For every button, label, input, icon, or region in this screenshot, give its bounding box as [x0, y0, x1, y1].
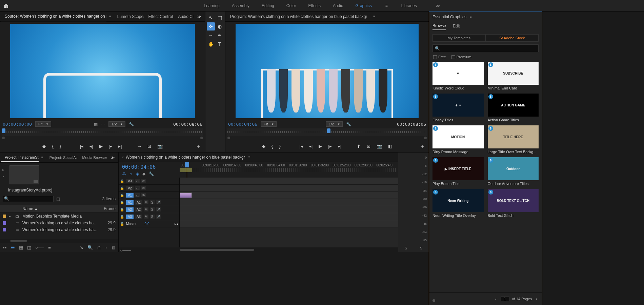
track-lane-V1[interactable] — [180, 192, 398, 199]
program-settings-icon[interactable]: 🔧 — [346, 122, 351, 126]
source-fit-dropdown[interactable]: Fit — [35, 121, 51, 127]
safe-margins-icon[interactable]: ▦ — [94, 122, 98, 126]
eg-template-item[interactable]: $SUBSCRIBEMinimal End Card — [488, 62, 539, 90]
tab-media-browser[interactable]: Media Browser — [79, 154, 107, 162]
eg-tab-browse[interactable]: Browse — [432, 23, 446, 30]
eg-template-item[interactable]: $▶ INSERT TITLEPlay Button Title — [432, 157, 484, 186]
collapse-icon[interactable]: ▸◂ — [175, 222, 178, 226]
hand-tool-icon[interactable]: ✋ — [207, 40, 215, 48]
new-bin-icon[interactable]: 🗀 — [97, 245, 101, 250]
project-row[interactable]: ▸🗀Motion Graphics Template Media — [0, 213, 118, 220]
pager-page-input[interactable] — [501, 297, 509, 301]
sync-lock-icon[interactable]: ▭ — [135, 193, 140, 197]
eg-filter-premium[interactable]: Premium — [451, 55, 471, 59]
track-master[interactable]: 🔒Master0.0▸◂ — [119, 220, 179, 227]
source-time-ruler[interactable] — [2, 128, 203, 136]
ws-assembly[interactable]: Assembly — [232, 3, 249, 8]
eg-template-item[interactable]: $ACTION GAMEAction Game Titles — [488, 94, 539, 122]
icon-view-icon[interactable]: ▦ — [19, 245, 23, 250]
home-icon[interactable] — [3, 3, 9, 8]
eg-template-item[interactable]: $TITLE HERELarge Title Over Text Backg..… — [488, 125, 539, 154]
extract-icon[interactable]: ⊡ — [367, 144, 370, 149]
ws-editing[interactable]: Editing — [262, 3, 274, 8]
find-icon[interactable]: 🔍 — [87, 245, 93, 250]
p-go-to-in-icon[interactable]: |◂ — [300, 144, 303, 149]
program-video[interactable] — [236, 24, 419, 118]
proj-tab-menu-icon[interactable]: ≡ — [40, 156, 45, 159]
lock-icon[interactable]: 🔒 — [120, 179, 125, 183]
project-search-input[interactable] — [3, 196, 54, 202]
proj-write-icon[interactable]: ▸ — [2, 167, 4, 172]
tl-close-icon[interactable]: × — [121, 155, 124, 160]
mute-icon[interactable]: M — [144, 200, 148, 204]
ws-effects[interactable]: Effects — [308, 3, 320, 8]
track-header-V3[interactable]: 🔒V3▭👁 — [119, 178, 179, 185]
eg-menu-icon[interactable]: ≡ — [468, 15, 473, 19]
col-name[interactable]: Name ▲ — [22, 206, 101, 211]
program-menu-icon[interactable]: ≡ — [372, 15, 377, 18]
eg-tab-edit[interactable]: Edit — [453, 24, 460, 30]
ws-learning[interactable]: Learning — [204, 3, 220, 8]
eg-template-item[interactable]: $♥Kinetic Word Cloud — [432, 62, 484, 90]
rate-stretch-icon[interactable]: ◐ — [216, 22, 224, 30]
sort-icon2[interactable]: ≡ — [48, 245, 51, 250]
tab-source[interactable]: Source: Women's clothing on a white clot… — [1, 12, 106, 21]
program-time-ruler[interactable] — [227, 128, 427, 136]
eg-filter-free[interactable]: Free — [433, 55, 446, 59]
list-view-icon[interactable]: ☰ — [11, 245, 15, 250]
eg-template-item[interactable]: $Neon WritingNeon Writing Title Overlay — [432, 189, 484, 218]
program-timecode-in[interactable]: 00:00:04:06 — [228, 122, 257, 127]
track-lane-A1[interactable] — [180, 199, 398, 206]
toggle-output-icon[interactable]: 👁 — [141, 193, 146, 197]
type-tool-icon[interactable]: T — [216, 40, 224, 48]
eg-search-input[interactable]: 🔍 — [432, 44, 539, 52]
pager-prev-icon[interactable]: ‹ — [494, 297, 498, 301]
track-header-A3[interactable]: 🔒A3A3MS🎤 — [119, 213, 179, 220]
source-zoom-dropdown[interactable]: 1/2 — [108, 121, 125, 127]
timeline-scrollbar[interactable]: ○─── — [119, 247, 398, 252]
play-icon[interactable]: ▶ — [99, 144, 103, 149]
source-video[interactable] — [10, 24, 195, 118]
proj-hscroll[interactable] — [10, 240, 27, 242]
tl-settings-icon[interactable]: 🔧 — [149, 171, 154, 176]
p-export-frame-icon[interactable]: 📷 — [377, 144, 382, 149]
automate-icon[interactable]: ↘ — [80, 245, 83, 250]
eg-template-item[interactable]: $✦ ✦Flashy Titles — [432, 94, 484, 122]
button-editor-icon[interactable]: ＋ — [196, 142, 202, 150]
track-lane-A3[interactable] — [180, 213, 398, 220]
proj-cam-icon[interactable]: ▪ — [3, 174, 4, 179]
track-target[interactable]: V1 — [126, 193, 134, 198]
ws-menu-icon[interactable]: ≡ — [384, 3, 389, 8]
eg-template-item[interactable]: $BOLD TEXT GLITCHBold Text Glitch — [488, 189, 539, 218]
video-clip[interactable] — [180, 192, 192, 198]
eg-my-templates[interactable]: My Templates — [432, 34, 486, 42]
p-go-to-out-icon[interactable]: ▸| — [338, 144, 341, 149]
lock-icon[interactable]: 🔒 — [120, 186, 125, 190]
p-play-icon[interactable]: ▶ — [319, 144, 322, 149]
ws-overflow-icon[interactable]: ≫ — [436, 3, 440, 8]
p-mark-in-icon[interactable]: { — [271, 144, 273, 149]
mark-in-icon[interactable]: { — [52, 144, 53, 149]
track-target[interactable]: V2 — [126, 186, 134, 190]
pager-next-icon[interactable]: › — [535, 297, 539, 301]
zoom-slider[interactable]: ○── — [35, 245, 44, 250]
assemble-icon[interactable]: ⚏ — [3, 245, 7, 250]
tab-audio-clip[interactable]: Audio Cl — [175, 12, 194, 21]
lock-icon[interactable]: 🔒 — [120, 194, 125, 197]
track-select-icon[interactable]: ⬚ — [216, 14, 224, 22]
source-scrollbar[interactable] — [2, 137, 203, 139]
source-overflow-icon[interactable]: ≫ — [195, 14, 204, 19]
p-add-marker-icon[interactable]: ◆ — [262, 144, 265, 149]
ws-audio[interactable]: Audio — [333, 3, 343, 8]
track-header-A2[interactable]: 🔒A2A2MS🎤 — [119, 206, 179, 213]
track-source[interactable]: A1 — [126, 200, 134, 205]
ws-color[interactable]: Color — [286, 3, 296, 8]
snap-icon[interactable]: ⁂ — [122, 171, 126, 176]
sync-lock-icon[interactable]: ▭ — [135, 179, 140, 183]
timeline-timecode[interactable]: 00:00:04:06 — [122, 164, 176, 170]
program-title[interactable]: Program: Women's clothing on a white clo… — [227, 12, 370, 21]
project-row[interactable]: ▭Women's clothing on a white clothes han… — [0, 226, 118, 233]
freeform-view-icon[interactable]: ◫ — [27, 245, 31, 250]
lock-icon[interactable]: 🔒 — [120, 201, 125, 204]
track-source[interactable]: A2 — [126, 207, 134, 212]
